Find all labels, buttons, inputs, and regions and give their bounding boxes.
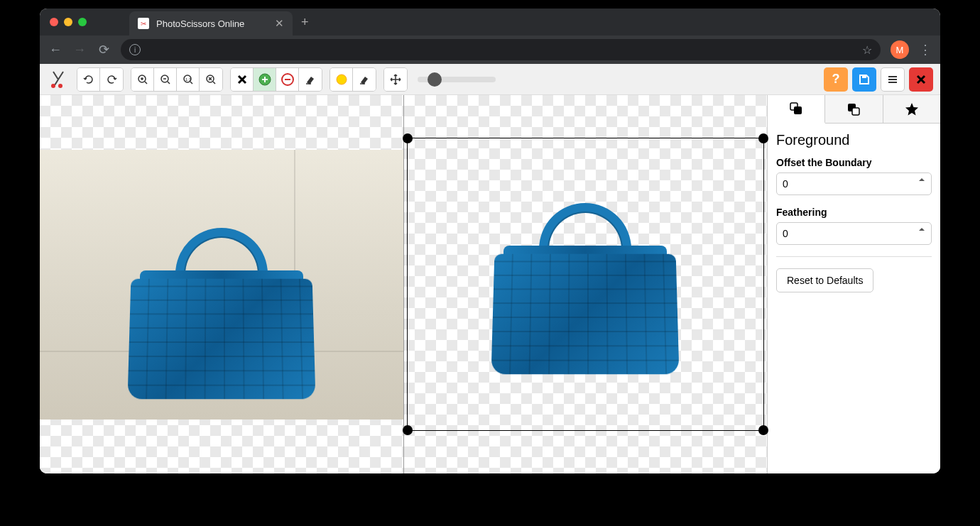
marker-group [230,67,322,92]
zoom-fit-button[interactable]: 1:1 [177,68,200,91]
browser-menu-button[interactable]: ⋮ [919,42,932,57]
forward-button[interactable]: → [72,43,87,57]
window-controls [50,18,87,26]
crop-handle-top-left[interactable] [403,133,413,143]
tab-foreground[interactable] [768,95,825,124]
help-button[interactable]: ? [824,67,848,92]
tab-background[interactable] [825,95,883,123]
history-group [77,67,124,92]
close-app-button[interactable] [909,67,933,92]
divider [776,256,932,257]
reload-button[interactable]: ⟳ [97,42,111,57]
offset-label: Offset the Boundary [776,157,932,168]
bookmark-star-icon[interactable]: ☆ [862,43,872,57]
reset-defaults-button[interactable]: Reset to Defaults [776,268,873,292]
app-toolbar: 1:1 ? [40,64,940,95]
zoom-group: 1:1 [131,67,223,92]
crop-handle-bottom-left[interactable] [403,425,413,435]
slider-thumb[interactable] [428,72,442,87]
browser-tab[interactable]: ✂ PhotoScissors Online ✕ [129,11,293,35]
sidebar-tabs [768,95,940,124]
brush-size-slider[interactable] [418,77,496,82]
svg-rect-10 [862,75,866,78]
favicon-icon: ✂ [138,18,149,29]
pan-group [383,67,408,92]
svg-point-9 [337,75,347,84]
content-area: Foreground Offset the Boundary Featherin… [40,95,940,473]
browser-toolbar: ← → ⟳ i ☆ M ⋮ [40,35,940,64]
profile-avatar[interactable]: M [891,40,909,59]
titlebar: ✂ PhotoScissors Online ✕ + [40,9,940,35]
sidebar-title: Foreground [776,132,932,148]
undo-button[interactable] [77,68,100,91]
zoom-in-button[interactable] [131,68,154,91]
original-image [40,150,403,420]
zoom-out-button[interactable] [154,68,177,91]
zoom-actual-button[interactable] [200,68,222,91]
svg-rect-12 [794,106,802,114]
eraser-button[interactable] [299,68,322,91]
svg-point-0 [51,84,55,88]
canvas-area [40,95,767,473]
foreground-marker-button[interactable] [254,68,276,91]
hamburger-menu-button[interactable] [881,67,905,92]
redo-button[interactable] [100,68,123,91]
feather-select[interactable] [776,222,932,245]
sidebar-body: Foreground Offset the Boundary Featherin… [768,124,940,301]
maximize-window-button[interactable] [78,18,87,26]
sidebar: Foreground Offset the Boundary Featherin… [767,95,940,473]
pan-button[interactable] [384,68,407,91]
offset-select[interactable] [776,172,932,195]
toolbar-right: ? [824,67,933,92]
highlight-marker-button[interactable] [330,68,353,91]
background-marker-button[interactable] [276,68,299,91]
new-tab-button[interactable]: + [301,15,309,30]
tab-title: PhotoScissors Online [156,18,268,29]
app-logo-icon [47,68,70,91]
close-tab-button[interactable]: ✕ [275,17,284,30]
tab-effects[interactable] [883,95,940,123]
clear-marks-button[interactable] [231,68,254,91]
svg-point-1 [58,84,62,88]
back-button[interactable]: ← [48,43,62,57]
minimize-window-button[interactable] [64,18,72,26]
crop-handle-top-right[interactable] [758,133,768,143]
handbag-subject [122,228,321,398]
cutout-result [486,203,685,373]
site-info-icon[interactable]: i [129,44,141,55]
app-window: ✂ PhotoScissors Online ✕ + ← → ⟳ i ☆ M ⋮… [40,9,940,473]
close-window-button[interactable] [50,18,58,26]
save-button[interactable] [852,67,876,92]
highlight-eraser-button[interactable] [353,68,376,91]
crop-handle-bottom-right[interactable] [758,425,768,435]
original-panel[interactable] [40,95,404,473]
result-panel[interactable] [404,95,768,473]
highlight-group [330,67,376,92]
svg-rect-14 [852,108,859,115]
svg-text:1:1: 1:1 [185,77,192,82]
feather-label: Feathering [776,207,932,218]
address-bar[interactable]: i ☆ [121,39,881,60]
